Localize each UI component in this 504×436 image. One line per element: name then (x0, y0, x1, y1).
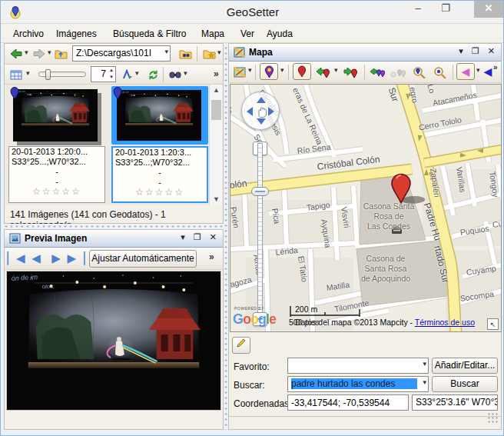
previous-marker-caret[interactable]: ▾ (334, 66, 338, 74)
view-mode-button[interactable] (8, 66, 25, 83)
preview-photo[interactable] (6, 271, 221, 411)
zoom-to-markers-button[interactable] (410, 64, 428, 81)
sort-caret[interactable]: ▾ (135, 69, 139, 77)
show-position-marker-button[interactable] (260, 63, 278, 80)
scroll-up-arrow[interactable]: ▲ (211, 85, 222, 96)
thumb-size-spinner[interactable]: 7 ▲ ▼ (91, 66, 116, 82)
map-type-button[interactable] (231, 64, 248, 81)
folder-up-button[interactable] (52, 45, 69, 62)
search-caret[interactable]: ▾ (423, 378, 426, 386)
spinner-down[interactable]: ▼ (109, 75, 114, 79)
map-panel-header[interactable]: Mapa ▾ ❐ ✕ (229, 44, 501, 62)
map-toolbar-overflow[interactable]: » (493, 63, 498, 72)
view-mode-caret[interactable]: ▾ (26, 69, 30, 77)
search-button[interactable]: Buscar (432, 376, 498, 392)
next-marker-button[interactable] (342, 64, 360, 81)
menu-ver[interactable]: Ver (236, 27, 259, 41)
favorite-caret[interactable]: ▾ (423, 360, 426, 368)
folder-favorites-button[interactable]: ★ (201, 45, 217, 62)
folder-favorites-caret[interactable]: ▾ (217, 48, 221, 56)
thumbnail-photo[interactable] (13, 89, 98, 141)
menu-bar: Archivo Imágenes Búsqueda & Filtro Mapa … (1, 24, 504, 43)
poi-label: Casona de (356, 254, 415, 263)
maximize-button[interactable]: ❐ (434, 1, 457, 18)
pan-up-icon[interactable] (257, 97, 266, 103)
thumbnail-photo[interactable] (117, 90, 201, 141)
previous-image-button[interactable]: ◀ (28, 250, 45, 267)
preview-panel-header[interactable]: Previa Imagen ▾ ❐ ✕ (5, 230, 223, 248)
close-button[interactable]: ✕ (474, 1, 503, 18)
refresh-button[interactable] (144, 66, 161, 83)
search-combo[interactable]: padre hurtado las condes ▾ (287, 376, 429, 392)
thumbnail-scrollbar[interactable]: ▲ ▼ (209, 85, 222, 205)
next-image-button[interactable]: ▶ (48, 250, 65, 267)
resize-grip[interactable] (487, 412, 498, 423)
add-edit-button[interactable]: Añadir/Editar... (432, 358, 498, 374)
thumb-size-slider-handle[interactable] (45, 69, 51, 80)
minimize-button[interactable]: – (406, 1, 429, 18)
preview-toolbar-overflow[interactable]: » (209, 251, 214, 262)
auto-fit-button[interactable]: Ajustar Automáticamente (89, 250, 197, 268)
spinner-up[interactable]: ▲ (109, 68, 114, 72)
folder-path-combo[interactable]: Z:\Descargas\101I ▾ (72, 45, 171, 62)
thumbnail-rating[interactable]: ☆☆☆☆☆ (9, 187, 104, 197)
scrollbar-thumb[interactable] (211, 100, 221, 120)
assign-position-button[interactable] (368, 64, 386, 81)
title-bar: GeoSetter – ❐ ✕ (1, 1, 504, 24)
horizontal-splitter[interactable] (4, 224, 224, 229)
search-filter-button[interactable] (167, 66, 184, 83)
map-zoom-track[interactable] (257, 143, 263, 314)
pan-right-icon[interactable] (268, 107, 274, 116)
menu-archivo[interactable]: Archivo (8, 27, 48, 41)
folder-path-caret[interactable]: ▾ (164, 48, 168, 55)
search-value: padre hurtado las condes (291, 378, 417, 389)
terms-link[interactable]: Términos de uso (415, 318, 475, 327)
thumbnail-rating[interactable]: ☆☆☆☆☆ (113, 188, 207, 198)
show-image-markers-button[interactable] (293, 63, 311, 80)
sort-button[interactable] (120, 66, 137, 83)
toolbar-overflow[interactable]: » (214, 68, 219, 79)
back-button[interactable] (8, 45, 25, 62)
first-image-button[interactable]: ▏◀ (8, 250, 25, 267)
preview-panel-title: Previa Imagen (25, 233, 87, 244)
back-dropdown-caret[interactable]: ▾ (25, 48, 28, 56)
thumbnail-item[interactable]: 20-01-2013 1:20:0... S33°25...;W70°32...… (7, 86, 107, 205)
coordinates-input[interactable] (287, 394, 409, 411)
pan-down-icon[interactable] (257, 118, 266, 125)
road-label: olón (230, 178, 247, 191)
pan-direction-button[interactable]: ◀ (456, 63, 475, 80)
map-canvas[interactable]: Danubio eras de La Reina mesis Sofía a M… (230, 84, 502, 332)
map-type-caret[interactable]: ▾ (248, 66, 252, 74)
thumbnail-coords: S33°25...;W70°32... (113, 158, 207, 168)
search-filter-caret[interactable]: ▾ (184, 69, 187, 77)
pan-left-icon[interactable] (247, 107, 253, 116)
google-logo[interactable]: Google (233, 311, 276, 328)
svg-text:★: ★ (208, 52, 214, 59)
map-zoom-handle[interactable] (251, 187, 269, 196)
edit-coordinates-button[interactable] (232, 337, 250, 354)
menu-mapa[interactable]: Mapa (197, 27, 229, 41)
favorite-combo[interactable]: ▾ (287, 358, 429, 374)
thumbnail-list[interactable]: 20-01-2013 1:20:0... S33°25...;W70°32...… (5, 85, 222, 205)
scroll-down-arrow[interactable]: ▼ (211, 194, 222, 205)
poi-label: Santa Rosa (356, 264, 415, 273)
zoom-to-position-button[interactable] (430, 64, 449, 81)
folder-browse-button[interactable] (177, 45, 194, 62)
attribution-expand-icon[interactable]: ↖ (487, 318, 499, 330)
previous-marker-button[interactable] (314, 64, 333, 81)
pan-direction-caret[interactable]: ▾ (476, 66, 480, 74)
menu-ayuda[interactable]: Ayuda (262, 27, 297, 41)
map-panel-buttons[interactable]: ▾ ❐ ✕ (459, 46, 498, 56)
forward-dropdown-caret[interactable]: ▾ (48, 48, 51, 56)
thumb-size-slider[interactable] (38, 72, 86, 77)
preview-panel-buttons[interactable]: ▾ ❐ ✕ (181, 232, 220, 242)
menu-busqueda-filtro[interactable]: Búsqueda & Filtro (108, 27, 191, 41)
forward-button[interactable] (31, 45, 48, 62)
map-pan-control[interactable] (241, 92, 280, 130)
toolbar-separator (197, 46, 197, 62)
menu-imagenes[interactable]: Imágenes (51, 27, 101, 41)
last-image-button[interactable]: ▶▕ (68, 250, 85, 267)
thumbnail-item-selected[interactable]: 20-01-2013 1:20:3... S33°25...;W70°32...… (110, 86, 211, 205)
browser-toolbar-2: ▾ 7 ▲ ▼ ▾ ▾ » (5, 65, 223, 85)
position-marker-caret[interactable]: ▾ (280, 66, 284, 74)
